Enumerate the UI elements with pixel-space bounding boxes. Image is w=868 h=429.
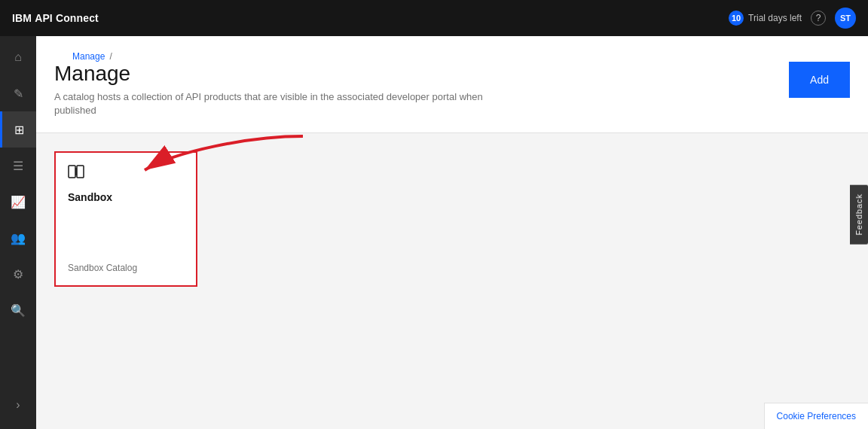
app-body: ⌂ ✎ ⊞ ☰ 📈 👥 ⚙ 🔍 › <box>0 36 868 429</box>
sidebar-item-edit[interactable]: ✎ <box>0 75 36 111</box>
catalog-icon: ⊞ <box>14 123 24 137</box>
user-avatar[interactable]: ST <box>835 8 856 29</box>
sidebar-bottom: › <box>0 387 36 429</box>
list-icon: ☰ <box>13 159 23 173</box>
expand-icon: › <box>16 398 20 412</box>
trial-label: Trial days left <box>748 13 802 23</box>
sidebar-item-users[interactable]: 👥 <box>0 220 36 256</box>
home-icon: ⌂ <box>14 50 22 64</box>
page-header-left: Manage / Manage A catalog hosts a collec… <box>54 42 491 117</box>
search-icon: 🔍 <box>11 303 26 318</box>
breadcrumb: Manage / <box>54 42 491 62</box>
sidebar-expand-button[interactable]: › <box>0 387 36 423</box>
feedback-label: Feedback <box>854 193 863 235</box>
page-header: Manage / Manage A catalog hosts a collec… <box>36 36 868 133</box>
sidebar-item-home[interactable]: ⌂ <box>0 39 36 75</box>
card-subtitle: Sandbox Catalog <box>68 263 184 273</box>
trial-badge: 10 Trial days left <box>729 11 802 26</box>
sidebar-item-search[interactable]: 🔍 <box>0 292 36 328</box>
feedback-tab[interactable]: Feedback <box>850 184 868 244</box>
sidebar-item-list[interactable]: ☰ <box>0 148 36 184</box>
sidebar-item-catalog[interactable]: ⊞ <box>0 111 36 148</box>
app-brand: IBM API Connect <box>12 12 99 24</box>
sidebar-item-settings[interactable]: ⚙ <box>0 256 36 292</box>
breadcrumb-separator: / <box>109 51 112 62</box>
edit-icon: ✎ <box>14 87 23 101</box>
top-bar: IBM API Connect 10 Trial days left ? ST <box>0 0 868 36</box>
sandbox-catalog-card[interactable]: Sandbox Sandbox Catalog <box>54 151 197 287</box>
card-container: Sandbox Sandbox Catalog <box>54 151 197 287</box>
card-name: Sandbox <box>68 191 184 203</box>
brand-area: IBM API Connect <box>12 12 99 24</box>
help-button[interactable]: ? <box>811 11 826 26</box>
svg-rect-1 <box>77 166 84 178</box>
catalog-area: Sandbox Sandbox Catalog <box>36 133 868 429</box>
page-title: Manage <box>54 62 491 86</box>
svg-rect-0 <box>69 166 75 178</box>
trial-number: 10 <box>729 11 744 26</box>
main-content: Manage / Manage A catalog hosts a collec… <box>36 36 868 429</box>
cookie-label: Cookie Preferences <box>777 411 856 421</box>
breadcrumb-manage-link[interactable]: Manage <box>72 51 105 62</box>
add-button[interactable]: Add <box>789 62 850 98</box>
settings-icon: ⚙ <box>13 267 23 281</box>
analytics-icon: 📈 <box>11 195 26 209</box>
cookie-preferences-button[interactable]: Cookie Preferences <box>764 403 868 429</box>
top-bar-right: 10 Trial days left ? ST <box>729 8 856 29</box>
card-icon <box>68 165 184 182</box>
sidebar: ⌂ ✎ ⊞ ☰ 📈 👥 ⚙ 🔍 › <box>0 36 36 429</box>
sidebar-item-analytics[interactable]: 📈 <box>0 184 36 220</box>
page-description: A catalog hosts a collection of API prod… <box>54 90 491 117</box>
users-icon: 👥 <box>11 231 26 245</box>
